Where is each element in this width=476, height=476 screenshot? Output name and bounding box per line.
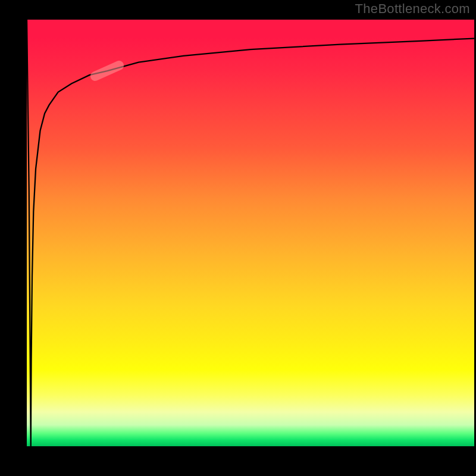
curve-svg: [27, 20, 474, 446]
watermark-text: TheBottleneck.com: [355, 1, 470, 17]
plot-area: [27, 20, 474, 446]
bottleneck-curve-path: [27, 20, 474, 446]
